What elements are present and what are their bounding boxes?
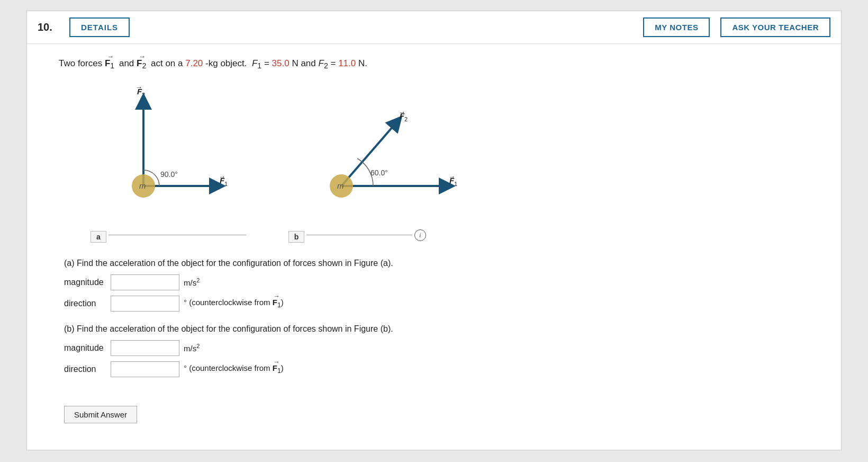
- magnitude-b-input[interactable]: [111, 340, 179, 356]
- ask-teacher-button[interactable]: ASK YOUR TEACHER: [720, 17, 830, 37]
- part-b: (b) Find the acceleration of the object …: [64, 324, 820, 377]
- direction-b-row: direction ° (counterclockwise from → F1 …: [64, 361, 820, 377]
- f2-unit-text: N.: [358, 58, 367, 68]
- svg-text:m: m: [337, 181, 344, 190]
- part-b-text: (b) Find the acceleration of the object …: [64, 324, 820, 334]
- part-a-text: (a) Find the acceleration of the object …: [64, 259, 820, 268]
- and-text: and: [119, 58, 137, 68]
- direction-a-vec: → F1: [273, 298, 281, 309]
- diagram-a-label: a: [91, 231, 106, 243]
- svg-text:→: →: [399, 108, 405, 116]
- header: 10. DETAILS MY NOTES ASK YOUR TEACHER: [27, 11, 841, 44]
- f1-vector-label: → F1: [105, 57, 114, 72]
- svg-text:2: 2: [142, 92, 145, 98]
- my-notes-button[interactable]: MY NOTES: [643, 17, 710, 37]
- svg-text:2: 2: [404, 116, 408, 122]
- magnitude-a-label: magnitude: [64, 278, 106, 287]
- svg-line-15: [341, 122, 397, 186]
- main-container: 10. DETAILS MY NOTES ASK YOUR TEACHER Tw…: [26, 11, 842, 450]
- direction-a-label: direction: [64, 299, 106, 308]
- submit-button[interactable]: Submit Answer: [64, 406, 137, 423]
- diagram-b-line: [306, 235, 412, 235]
- act-on-text: act on a: [151, 58, 185, 68]
- svg-text:1: 1: [224, 181, 228, 187]
- diagram-a-line: [108, 235, 246, 235]
- magnitude-b-unit: m/s2: [184, 343, 200, 353]
- diagram-a-wrap: F 2 → F 1 → 90.0° m: [91, 83, 246, 243]
- f1-value: 35.0: [272, 58, 290, 68]
- magnitude-a-row: magnitude m/s2: [64, 274, 820, 290]
- intro-text: Two forces: [59, 58, 105, 68]
- svg-text:→: →: [448, 173, 455, 181]
- direction-a-row: direction ° (counterclockwise from → F1 …: [64, 296, 820, 312]
- direction-a-unit: ° (counterclockwise from → F1 ): [184, 298, 284, 309]
- direction-b-vec: → F1: [273, 363, 281, 375]
- content-area: Two forces → F1 and → F2 act on a 7.20 -…: [27, 44, 841, 439]
- question-number: 10.: [38, 21, 59, 33]
- diagram-b-label-row: b 𝑖: [288, 228, 427, 243]
- diagram-b-label: b: [288, 231, 305, 243]
- direction-b-label: direction: [64, 365, 106, 374]
- magnitude-b-row: magnitude m/s2: [64, 340, 820, 356]
- direction-a-input[interactable]: [111, 296, 179, 312]
- direction-b-unit: ° (counterclockwise from → F1 ): [184, 363, 284, 375]
- diagram-b-wrap: F 1 → F 2 → 60.0° m b: [288, 83, 479, 243]
- diagram-b-svg: F 1 → F 2 → 60.0° m: [288, 83, 479, 226]
- mass-value: 7.20: [185, 58, 203, 68]
- svg-text:1: 1: [454, 181, 457, 187]
- magnitude-a-input[interactable]: [111, 274, 179, 290]
- mass-unit-text: -kg object. F1 =: [205, 58, 272, 68]
- f1-unit-text: N and F2 =: [292, 58, 338, 68]
- diagrams-row: F 2 → F 1 → 90.0° m: [59, 83, 820, 243]
- problem-text: Two forces → F1 and → F2 act on a 7.20 -…: [59, 57, 820, 72]
- diagram-a-svg: F 2 → F 1 → 90.0° m: [91, 83, 239, 226]
- magnitude-a-unit: m/s2: [184, 277, 200, 287]
- svg-text:→: →: [219, 173, 225, 181]
- svg-text:60.0°: 60.0°: [370, 168, 388, 177]
- info-icon[interactable]: 𝑖: [414, 229, 426, 241]
- questions-section: (a) Find the acceleration of the object …: [59, 259, 820, 423]
- f2-vector-label: → F2: [137, 57, 146, 72]
- svg-text:m: m: [139, 181, 146, 190]
- svg-text:→: →: [135, 83, 142, 91]
- part-a: (a) Find the acceleration of the object …: [64, 259, 820, 312]
- magnitude-b-label: magnitude: [64, 343, 106, 353]
- svg-text:90.0°: 90.0°: [160, 170, 178, 179]
- diagram-a-label-row: a: [91, 228, 246, 243]
- direction-b-input[interactable]: [111, 361, 179, 377]
- details-button[interactable]: DETAILS: [69, 17, 130, 37]
- f2-value: 11.0: [338, 58, 356, 68]
